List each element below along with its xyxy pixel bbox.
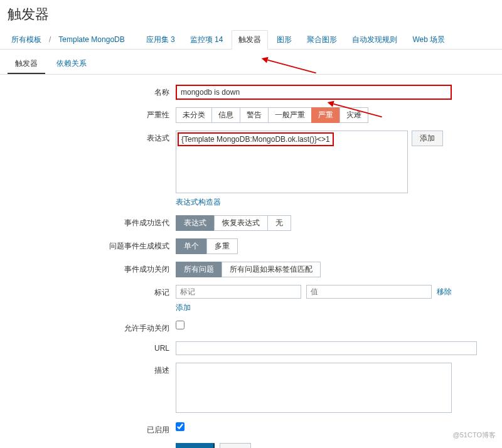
- watermark: @51CTO博客: [453, 430, 496, 440]
- tab-graphs[interactable]: 图形: [270, 31, 298, 49]
- label-problem-mode: 问题事件生成模式: [0, 238, 176, 252]
- breadcrumb-sep: /: [48, 31, 52, 48]
- label-severity: 严重性: [0, 107, 176, 120]
- page-title: 触发器: [0, 0, 502, 30]
- submit-button[interactable]: 添加: [176, 443, 215, 448]
- tag-value-field[interactable]: [306, 285, 432, 299]
- event-close-group: 所有问题 所有问题如果标签值匹配: [176, 262, 321, 277]
- expression-builder-link[interactable]: 表达式构造器: [176, 198, 221, 206]
- tab-items[interactable]: 监控项 14: [184, 31, 230, 49]
- tab-aggregated[interactable]: 聚合图形: [301, 31, 343, 49]
- sev-unclassified[interactable]: 未分类: [176, 107, 211, 123]
- sev-high[interactable]: 严重: [311, 107, 339, 123]
- close-all[interactable]: 所有问题: [176, 262, 222, 277]
- label-event-iter: 事件成功迭代: [0, 215, 176, 228]
- sev-disaster[interactable]: 灾难: [339, 107, 368, 123]
- label-expression: 表达式: [0, 131, 176, 144]
- trigger-form: 名称 严重性 未分类 信息 警告 一般严重 严重 灾难 表达式 {Templat…: [0, 75, 502, 448]
- label-description: 描述: [0, 363, 176, 376]
- sub-tabs: 触发器 依赖关系: [0, 50, 502, 75]
- cancel-button[interactable]: 取消: [220, 443, 251, 448]
- event-iter-expr[interactable]: 表达式: [176, 215, 214, 231]
- name-field[interactable]: [176, 85, 452, 100]
- tag-name-field[interactable]: [176, 285, 301, 299]
- subtab-dependencies[interactable]: 依赖关系: [49, 55, 94, 74]
- description-field[interactable]: [176, 363, 452, 413]
- breadcrumb-template[interactable]: Template MongoDB: [55, 31, 128, 48]
- sev-average[interactable]: 一般严重: [268, 107, 311, 123]
- problem-mode-group: 单个 多重: [176, 238, 238, 254]
- breadcrumb-root[interactable]: 所有模板: [8, 31, 45, 49]
- expression-field[interactable]: {Template MongoDB:MongoDB.ok.last()}<>1: [176, 131, 408, 193]
- sev-info[interactable]: 信息: [211, 107, 240, 123]
- event-iter-recov[interactable]: 恢复表达式: [214, 215, 267, 231]
- breadcrumb-nav: 所有模板 / Template MongoDB 应用集 3 监控项 14 触发器…: [0, 30, 502, 50]
- tab-apps[interactable]: 应用集 3: [140, 31, 181, 49]
- tab-web[interactable]: Web 场景: [406, 31, 451, 49]
- problem-single[interactable]: 单个: [176, 238, 206, 254]
- subtab-trigger[interactable]: 触发器: [8, 55, 45, 74]
- url-field[interactable]: [176, 341, 477, 355]
- label-tags: 标记: [0, 285, 176, 298]
- label-url: URL: [0, 341, 176, 353]
- enabled-checkbox[interactable]: [176, 422, 184, 431]
- label-name: 名称: [0, 85, 176, 98]
- label-manual-close: 允许手动关闭: [0, 321, 176, 334]
- label-event-close: 事件成功关闭: [0, 262, 176, 275]
- expression-value-text: {Template MongoDB:MongoDB.ok.last()}<>1: [178, 132, 334, 146]
- tag-remove-link[interactable]: 移除: [437, 287, 452, 297]
- manual-close-checkbox[interactable]: [176, 321, 184, 329]
- tag-add-link[interactable]: 添加: [176, 303, 191, 312]
- problem-multiple[interactable]: 多重: [206, 238, 238, 254]
- label-enabled: 已启用: [0, 422, 176, 435]
- sev-warning[interactable]: 警告: [240, 107, 268, 123]
- event-iter-none[interactable]: 无: [267, 215, 291, 231]
- tab-triggers[interactable]: 触发器: [232, 30, 268, 50]
- event-iter-group: 表达式 恢复表达式 无: [176, 215, 291, 231]
- tab-discovery[interactable]: 自动发现规则: [346, 31, 403, 49]
- expression-add-button[interactable]: 添加: [412, 131, 443, 146]
- close-if-tags[interactable]: 所有问题如果标签值匹配: [222, 262, 321, 277]
- severity-group: 未分类 信息 警告 一般严重 严重 灾难: [176, 107, 368, 123]
